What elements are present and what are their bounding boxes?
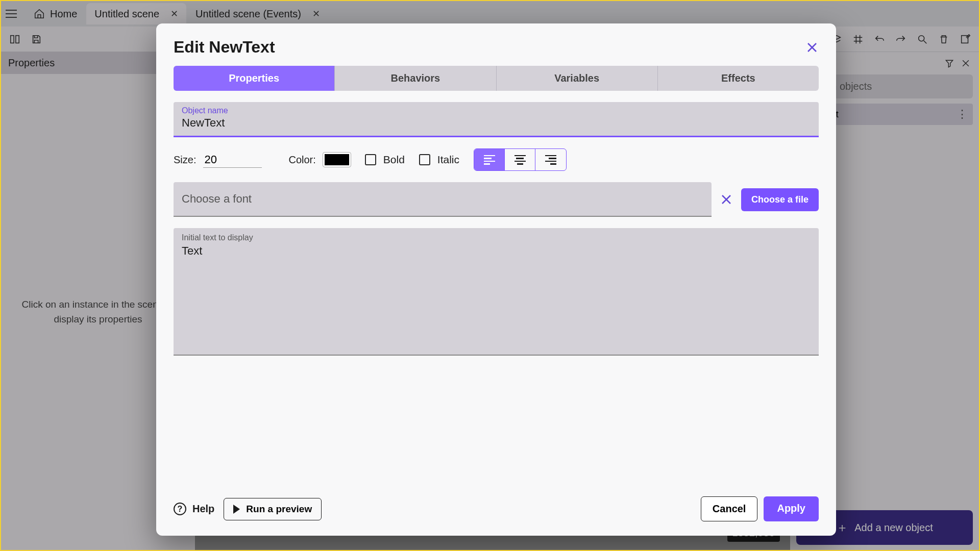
initial-text-field[interactable]: Initial text to display Text [174, 228, 819, 356]
color-label: Color: [288, 154, 315, 166]
edit-text-dialog: Edit NewText Properties Behaviors Variab… [156, 23, 836, 536]
dialog-close-button[interactable] [805, 41, 819, 54]
initial-text-label: Initial text to display [182, 233, 811, 242]
text-align-group [474, 148, 567, 171]
font-row: Choose a font Choose a file [174, 182, 819, 217]
close-icon [806, 41, 818, 54]
tab-behaviors[interactable]: Behaviors [335, 66, 496, 91]
align-right-icon [545, 155, 556, 165]
size-input[interactable] [203, 152, 262, 168]
align-left-button[interactable] [474, 149, 505, 170]
align-center-button[interactable] [505, 149, 535, 170]
tab-variables[interactable]: Variables [497, 66, 658, 91]
bold-label: Bold [383, 154, 405, 166]
run-preview-label: Run a preview [246, 504, 312, 515]
color-swatch[interactable] [323, 153, 351, 167]
clear-font-button[interactable] [719, 192, 734, 207]
close-icon [720, 193, 732, 206]
bold-checkbox[interactable] [365, 154, 376, 165]
help-icon: ? [174, 503, 186, 515]
dialog-title: Edit NewText [174, 38, 275, 57]
align-left-icon [484, 155, 495, 165]
run-preview-button[interactable]: Run a preview [224, 498, 322, 520]
help-label: Help [192, 503, 214, 515]
tab-properties[interactable]: Properties [174, 66, 335, 91]
italic-checkbox[interactable] [419, 154, 430, 165]
dialog-footer: ? Help Run a preview Cancel Apply [174, 496, 819, 521]
text-style-row: Size: Color: Bold Italic [174, 148, 819, 171]
initial-text-value: Text [182, 244, 811, 258]
choose-file-button[interactable]: Choose a file [741, 188, 819, 211]
cancel-button[interactable]: Cancel [701, 496, 758, 521]
object-name-field[interactable]: Object name NewText [174, 102, 819, 137]
italic-label: Italic [437, 154, 459, 166]
size-label: Size: [174, 154, 196, 166]
play-icon [233, 505, 240, 514]
tab-effects[interactable]: Effects [658, 66, 819, 91]
align-center-icon [514, 155, 526, 165]
dialog-tab-strip: Properties Behaviors Variables Effects [174, 66, 819, 91]
help-button[interactable]: ? Help [174, 503, 214, 515]
align-right-button[interactable] [535, 149, 566, 170]
object-name-value: NewText [182, 116, 811, 130]
object-name-label: Object name [182, 106, 811, 115]
font-select[interactable]: Choose a font [174, 182, 712, 217]
apply-button[interactable]: Apply [764, 496, 819, 521]
